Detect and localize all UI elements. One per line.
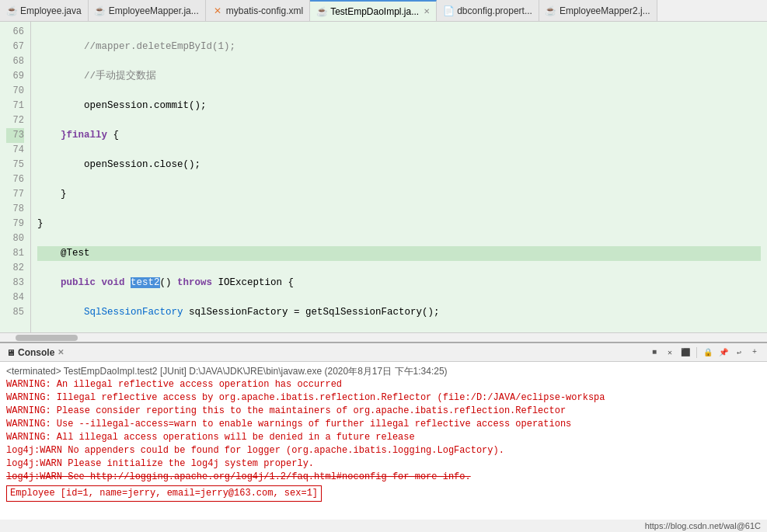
console-warning-5: WARNING: All illegal access operations w… xyxy=(6,431,761,444)
console-log4j-3: log4j:WARN See http://logging.apache.org… xyxy=(6,471,761,484)
java-icon-3: ☕ xyxy=(316,6,327,17)
new-console-button[interactable]: + xyxy=(748,346,761,359)
console-toolbar: ■ ✕ ⬛ 🔒 📌 ↩ + xyxy=(648,346,761,359)
scrollbar-thumb[interactable] xyxy=(16,335,78,341)
status-bar: https://blog.csdn.net/wal@61C xyxy=(639,520,767,532)
pin-button[interactable]: 📌 xyxy=(717,346,730,359)
code-line-74: public void test2() throws IOException { xyxy=(37,276,761,290)
code-line-67: //手动提交数据 xyxy=(37,69,761,84)
console-result-container: Employee [id=1, name=jerry, email=jerry@… xyxy=(6,484,761,502)
code-container: 66 67 68 69 70 71 72 73 74 75 76 77 78 7… xyxy=(0,22,767,332)
console-area: 🖥 Console ✕ ■ ✕ ⬛ 🔒 📌 ↩ + <terminated> T… xyxy=(0,342,767,520)
code-line-69: }finally { xyxy=(37,128,761,143)
code-line-66: //mapper.deleteEmpById(1); xyxy=(37,40,761,54)
clear-console-button[interactable]: ■ xyxy=(648,346,661,359)
tab-employeemapper2[interactable]: ☕ EmployeeMapper2.j... xyxy=(539,0,657,22)
code-line-72: } xyxy=(37,217,761,231)
tab-employeemapper[interactable]: ☕ EmployeeMapper.ja... xyxy=(89,0,206,22)
word-wrap-button[interactable]: ↩ xyxy=(733,346,745,359)
java-icon-2: ☕ xyxy=(95,5,106,16)
properties-icon: 📄 xyxy=(443,5,454,16)
tab-dbconfig[interactable]: 📄 dbconfig.propert... xyxy=(437,0,539,22)
console-warning-2: WARNING: Illegal reflective access by or… xyxy=(6,391,761,405)
console-warning-1: WARNING: An illegal reflective access op… xyxy=(6,378,761,391)
tab-bar: ☕ Employee.java ☕ EmployeeMapper.ja... ✕… xyxy=(0,0,767,22)
console-header: 🖥 Console ✕ ■ ✕ ⬛ 🔒 📌 ↩ + xyxy=(0,343,767,362)
console-warning-3: WARNING: Please consider reporting this … xyxy=(6,405,761,418)
status-suffix: @61C xyxy=(737,521,761,530)
horizontal-scrollbar[interactable] xyxy=(0,332,767,342)
console-body[interactable]: <terminated> TestEmpDaoImpl.test2 [JUnit… xyxy=(0,362,767,520)
tab-employee-java[interactable]: ☕ Employee.java xyxy=(0,0,89,22)
code-editor[interactable]: //mapper.deleteEmpById(1); //手动提交数据 open… xyxy=(31,22,767,332)
tab-mybatis-config[interactable]: ✕ mybatis-config.xml xyxy=(206,0,310,22)
stop-console-button[interactable]: ✕ xyxy=(664,346,676,359)
separator xyxy=(696,347,697,358)
console-result-line: Employee [id=1, name=jerry, email=jerry@… xyxy=(6,485,322,502)
tab-testdaoimpl[interactable]: ☕ TestEmpDaoImpl.ja... ✕ xyxy=(310,0,437,22)
xml-icon: ✕ xyxy=(212,5,223,16)
code-line-73: @Test xyxy=(37,246,761,261)
console-title: 🖥 Console ✕ xyxy=(6,347,64,358)
terminate-button[interactable]: ⬛ xyxy=(679,346,692,359)
code-line-68: openSession.commit(); xyxy=(37,99,761,113)
status-url: https://blog.csdn.net/wal xyxy=(645,521,737,530)
terminated-line: <terminated> TestEmpDaoImpl.test2 [JUnit… xyxy=(6,365,761,378)
close-tab-testdaoimpl[interactable]: ✕ xyxy=(424,7,430,16)
console-warning-4: WARNING: Use --illegal-access=warn to en… xyxy=(6,418,761,431)
console-link-icon: ✕ xyxy=(58,348,64,356)
console-log4j-2: log4j:WARN Please initialize the log4j s… xyxy=(6,457,761,471)
java-icon: ☕ xyxy=(6,5,17,16)
console-icon: 🖥 xyxy=(6,348,15,357)
code-line-71: } xyxy=(37,187,761,202)
code-line-70: openSession.close(); xyxy=(37,158,761,172)
console-log4j-1: log4j:WARN No appenders could be found f… xyxy=(6,444,761,457)
java-icon-4: ☕ xyxy=(546,5,556,16)
code-line-75: SqlSessionFactory sqlSessionFactory = ge… xyxy=(37,305,761,320)
line-numbers: 66 67 68 69 70 71 72 73 74 75 76 77 78 7… xyxy=(0,22,31,332)
scroll-lock-button[interactable]: 🔒 xyxy=(702,346,714,359)
editor-area: 66 67 68 69 70 71 72 73 74 75 76 77 78 7… xyxy=(0,22,767,332)
